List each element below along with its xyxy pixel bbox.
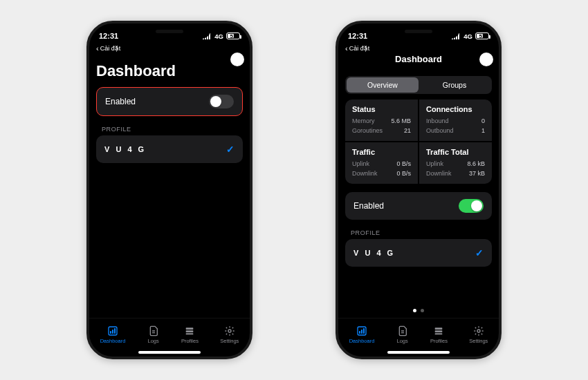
- stat-traffic-total: Traffic Total Uplink8.6 kB Downlink37 kB: [419, 142, 492, 184]
- tab-profiles[interactable]: Profiles: [181, 325, 199, 344]
- profiles-icon: [183, 325, 196, 336]
- stat-status: Status Memory5.6 MB Goroutines21: [345, 99, 418, 141]
- screen-content: Dashboard Enabled PROFILE V U 4 G ✓: [89, 53, 250, 318]
- assistive-touch-icon[interactable]: [479, 53, 493, 66]
- battery-icon: 51: [475, 32, 489, 39]
- phone-left: 12:31 4G 51 ‹ Cài đặt Dashboard Enabled …: [86, 21, 252, 359]
- profile-row[interactable]: V U 4 G ✓: [345, 239, 492, 267]
- nav-title: Dashboard: [338, 53, 499, 66]
- tab-dashboard[interactable]: Dashboard: [100, 325, 126, 344]
- svg-rect-11: [359, 331, 360, 334]
- status-time: 12:31: [99, 32, 118, 40]
- logs-icon: [147, 325, 160, 336]
- enabled-toggle[interactable]: [209, 95, 234, 108]
- back-nav[interactable]: ‹ Cài đặt: [89, 44, 250, 53]
- enabled-label: Enabled: [105, 97, 136, 106]
- svg-point-19: [477, 330, 480, 332]
- profile-name: V U 4 G: [353, 249, 395, 257]
- svg-point-9: [228, 330, 231, 332]
- tab-profiles[interactable]: Profiles: [430, 325, 448, 344]
- svg-rect-8: [186, 333, 194, 334]
- home-indicator[interactable]: [138, 351, 201, 354]
- back-nav[interactable]: ‹ Cài đặt: [338, 44, 499, 53]
- dashboard-icon: [356, 325, 368, 336]
- enabled-row[interactable]: Enabled: [96, 87, 243, 116]
- svg-rect-13: [363, 328, 365, 334]
- stat-connections: Connections Inbound0 Outbound1: [419, 99, 492, 141]
- logs-icon: [396, 325, 409, 336]
- svg-rect-2: [112, 330, 113, 334]
- tab-settings[interactable]: Settings: [220, 325, 239, 344]
- page-dots: [345, 303, 492, 318]
- tab-settings[interactable]: Settings: [469, 325, 488, 344]
- profiles-icon: [432, 325, 445, 336]
- battery-icon: 51: [226, 32, 240, 39]
- phone-right: 12:31 4G 51 ‹ Cài đặt Dashboard Overview…: [336, 21, 502, 359]
- back-label: Cài đặt: [100, 45, 121, 52]
- checkmark-icon: ✓: [475, 247, 484, 258]
- enabled-label: Enabled: [353, 201, 384, 211]
- profile-section-label: PROFILE: [345, 227, 492, 239]
- svg-rect-3: [114, 328, 116, 334]
- assistive-touch-icon[interactable]: [230, 53, 244, 66]
- dashboard-icon: [107, 325, 119, 336]
- profile-row[interactable]: V U 4 G ✓: [96, 135, 243, 163]
- notch: [377, 23, 460, 39]
- tab-dashboard[interactable]: Dashboard: [349, 325, 375, 344]
- status-time: 12:31: [348, 32, 367, 40]
- profile-name: V U 4 G: [104, 145, 146, 153]
- checkmark-icon: ✓: [226, 144, 235, 155]
- settings-icon: [472, 325, 485, 336]
- seg-groups[interactable]: Groups: [419, 77, 490, 93]
- profile-section-label: PROFILE: [96, 123, 243, 135]
- svg-rect-6: [186, 327, 194, 330]
- chevron-left-icon: ‹: [345, 44, 348, 53]
- svg-rect-7: [186, 330, 194, 332]
- enabled-toggle[interactable]: [459, 199, 484, 213]
- notch: [128, 23, 211, 39]
- enabled-row[interactable]: Enabled: [345, 192, 492, 220]
- settings-icon: [223, 325, 236, 336]
- svg-rect-17: [435, 330, 443, 332]
- page-title: Dashboard: [96, 62, 243, 80]
- tab-logs[interactable]: Logs: [147, 325, 160, 344]
- screen-content: Overview Groups Status Memory5.6 MB Goro…: [338, 66, 499, 318]
- svg-rect-16: [435, 327, 443, 330]
- segmented-control: Overview Groups: [345, 76, 492, 94]
- tab-logs[interactable]: Logs: [396, 325, 409, 344]
- seg-overview[interactable]: Overview: [347, 77, 419, 93]
- svg-rect-1: [110, 331, 111, 334]
- network-label: 4G: [463, 32, 472, 40]
- stats-panel: Status Memory5.6 MB Goroutines21 Connect…: [345, 99, 492, 185]
- stat-traffic: Traffic Uplink0 B/s Downlink0 B/s: [345, 142, 418, 184]
- chevron-left-icon: ‹: [96, 44, 99, 53]
- back-label: Cài đặt: [349, 45, 370, 52]
- svg-rect-18: [435, 333, 443, 334]
- svg-rect-12: [361, 330, 362, 334]
- network-label: 4G: [214, 32, 223, 40]
- home-indicator[interactable]: [387, 351, 450, 354]
